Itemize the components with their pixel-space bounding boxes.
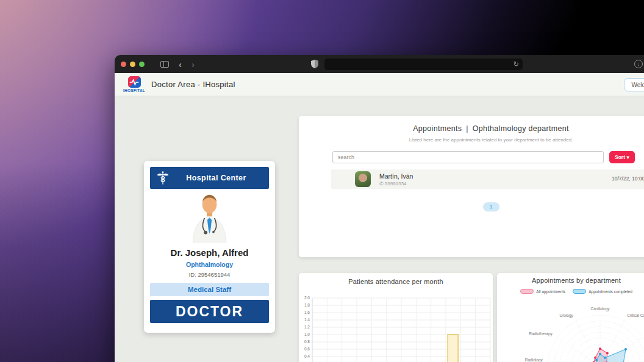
svg-text:0.6: 0.6 <box>304 347 310 351</box>
doctor-role-band: DOCTOR <box>150 300 269 323</box>
zoom-window-button[interactable] <box>139 62 145 67</box>
doctor-name: Dr. Joseph, Alfred <box>150 247 269 258</box>
forward-icon[interactable]: › <box>191 60 195 69</box>
svg-text:2.0: 2.0 <box>304 296 310 300</box>
svg-text:Radiotherapy: Radiotherapy <box>529 332 553 336</box>
appointments-title-left: Appointments <box>413 124 462 133</box>
traffic-lights <box>121 62 145 67</box>
svg-text:1.6: 1.6 <box>304 310 310 314</box>
svg-text:1.4: 1.4 <box>304 318 310 322</box>
sort-button[interactable]: Sort ▾ <box>609 151 635 163</box>
reload-icon[interactable]: ↻ <box>513 60 519 68</box>
patient-name: Martín, Iván <box>379 172 413 180</box>
phone-icon: ✆ <box>379 181 384 186</box>
svg-text:Cardiology: Cardiology <box>590 307 610 311</box>
doctor-id-card: Hospital Center Dr. Joseph, Alfred Ophth… <box>144 161 275 333</box>
patient-avatar <box>355 171 371 187</box>
legend-label: All appointments <box>536 289 565 294</box>
heartbeat-logo-icon <box>128 76 141 88</box>
download-icon[interactable]: ↓ <box>634 60 643 68</box>
appointments-panel: Appointments|Ophthalmology department Li… <box>299 116 644 257</box>
caduceus-icon <box>156 171 170 185</box>
app-header: IHOSPITAL Doctor Area - IHospital Welcom… <box>115 73 644 96</box>
title-separator: | <box>466 124 468 133</box>
appointments-title-right: Ophthalmology department <box>473 124 569 133</box>
browser-toolbar: ‹ › ↻ ↓ <box>115 55 644 73</box>
back-icon[interactable]: ‹ <box>179 60 182 69</box>
appointments-completed-swatch <box>573 289 586 294</box>
svg-text:1.2: 1.2 <box>304 325 310 329</box>
sidebar-toggle-icon[interactable] <box>160 61 169 68</box>
legend-item-appointments-completed: Appointments completed <box>573 289 632 294</box>
logo-text: IHOSPITAL <box>122 88 146 93</box>
doctor-department: Ophthalmology <box>150 261 269 268</box>
appointments-title: Appointments|Ophthalmology department <box>332 124 644 133</box>
radar-legend: All appointments Appointments completed <box>497 289 644 294</box>
sort-label: Sort <box>615 154 625 160</box>
page-1-button[interactable]: 1 <box>483 202 499 211</box>
svg-text:0.8: 0.8 <box>304 339 310 344</box>
minimize-window-button[interactable] <box>130 62 135 67</box>
svg-text:Radiology: Radiology <box>525 358 543 362</box>
doctor-id-number: ID: 2954651944 <box>150 271 269 278</box>
appointment-datetime: 10/7/22, 10:00 <box>612 176 644 182</box>
attendance-chart-card: Patients attendance per month 2.01.81.61… <box>299 273 493 362</box>
all-appointments-swatch <box>520 289 534 294</box>
appointment-row[interactable]: Martín, Iván ✆ 55951534 10/7/22, 10:00 <box>331 169 644 189</box>
app-logo: IHOSPITAL <box>122 76 146 93</box>
id-card-header: Hospital Center <box>150 167 269 189</box>
shield-icon[interactable] <box>311 60 318 68</box>
attendance-chart-svg: 2.01.81.61.41.21.00.80.60.4 <box>299 288 492 362</box>
radar-chart-card: Appointments by department All appointme… <box>497 273 644 362</box>
medical-staff-badge: Medical Staff <box>150 283 269 296</box>
attendance-chart-title: Patients attendance per month <box>299 278 493 285</box>
appointments-subtitle: Listed here are the appointments related… <box>332 137 644 143</box>
svg-text:1.8: 1.8 <box>304 303 310 307</box>
url-bar[interactable]: ↻ <box>324 59 523 70</box>
close-window-button[interactable] <box>121 62 126 67</box>
svg-text:Urology: Urology <box>559 313 573 318</box>
radar-chart-title: Appointments by department <box>497 277 644 284</box>
legend-label: Appointments completed <box>589 289 632 294</box>
patient-phone: ✆ 55951534 <box>379 181 413 186</box>
pagination: 1 <box>332 202 644 211</box>
phone-number: 55951534 <box>385 181 407 186</box>
svg-text:Critical Care: Critical Care <box>627 313 644 318</box>
svg-text:1.0: 1.0 <box>304 332 310 336</box>
org-name: Hospital Center <box>170 174 263 182</box>
browser-window: ‹ › ↻ ↓ IHOSPITAL Doctor Area - IHospita… <box>115 55 644 362</box>
caret-down-icon: ▾ <box>626 154 629 160</box>
doctor-avatar <box>182 193 237 243</box>
legend-item-all-appointments: All appointments <box>520 289 565 294</box>
radar-chart-svg: CardiologyCritical CareGastroenterologyG… <box>497 295 644 362</box>
search-input[interactable] <box>332 151 604 163</box>
svg-text:0.4: 0.4 <box>304 354 310 358</box>
page-title: Doctor Area - IHospital <box>151 80 235 89</box>
welcome-button[interactable]: Welcome <box>624 78 644 91</box>
